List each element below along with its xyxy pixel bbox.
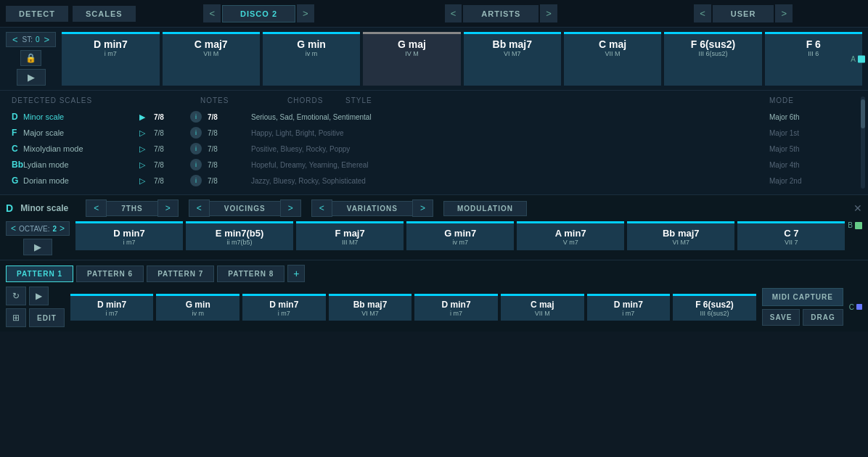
chord-card-pattern-7[interactable]: F 6(sus2)III 6(sus2)	[673, 294, 756, 321]
artists-prev-arrow[interactable]: <	[445, 4, 462, 22]
chord-card-strip-0[interactable]: D min7i m7	[75, 221, 183, 250]
scale-row-2[interactable]: C Mixolydian mode ▷ 7/8 i 7/8 Positive, …	[12, 141, 856, 157]
chord-card-pattern-2[interactable]: D min7i m7	[242, 294, 326, 321]
scale-row-0[interactable]: D Minor scale ▶ 7/8 i 7/8 Serious, Sad, …	[12, 109, 856, 125]
play-icon-0[interactable]: ▶	[139, 112, 154, 122]
chord-card-strip-6[interactable]: C 7VII 7	[737, 221, 845, 250]
chord-card-a-0[interactable]: D min7i m7	[62, 32, 159, 86]
play-button-b[interactable]: ▶	[23, 239, 52, 255]
chord-card-a-6[interactable]: F 6(sus2)III 6(sus2)	[664, 32, 761, 86]
info-icon-3[interactable]: i	[190, 159, 202, 170]
variations-nav: < VARIATIONS >	[311, 199, 433, 217]
chord-card-a-3[interactable]: G majIV M	[363, 32, 460, 86]
chord-card-a-4[interactable]: Bb maj7VI M7	[464, 32, 561, 86]
scale-rows-container: D Minor scale ▶ 7/8 i 7/8 Serious, Sad, …	[12, 109, 856, 189]
add-pattern-button[interactable]: +	[287, 265, 305, 282]
user-next-arrow[interactable]: >	[775, 4, 793, 22]
st-control: < ST: 0 > 🔒 ▶	[6, 32, 56, 86]
chord-card-a-7[interactable]: F 6III 6	[765, 32, 862, 86]
pattern-tab-3[interactable]: PATTERN 8	[217, 265, 284, 282]
play-button-pattern[interactable]: ▶	[29, 287, 49, 305]
play-icon-3[interactable]: ▷	[139, 160, 154, 170]
loop-button[interactable]: ↻	[6, 287, 26, 305]
disco2-next-arrow[interactable]: >	[297, 4, 314, 22]
chords-val-2: 7/8	[208, 145, 251, 153]
st-prev[interactable]: <	[11, 34, 20, 45]
lock-button[interactable]: 🔒	[20, 50, 41, 66]
info-icon-4[interactable]: i	[190, 175, 202, 186]
chords-val-3: 7/8	[208, 161, 251, 169]
chord-strip-header: D Minor scale < 7THS > < VOICINGS > < VA…	[6, 199, 862, 217]
chord-card-a-1[interactable]: C maj7VII M	[163, 32, 260, 86]
disco2-prev-arrow[interactable]: <	[203, 4, 221, 22]
pattern-tab-2[interactable]: PATTERN 7	[147, 265, 214, 282]
ctrl-row-bottom: ⊞ EDIT	[6, 308, 65, 327]
drag-button[interactable]: DRAG	[803, 309, 843, 326]
play-icon-2[interactable]: ▷	[139, 144, 154, 154]
chord-card-pattern-6[interactable]: D min7i m7	[587, 294, 671, 321]
play-icon-4[interactable]: ▷	[139, 176, 154, 186]
chord-card-pattern-0[interactable]: D min7i m7	[70, 294, 154, 321]
section-a: < ST: 0 > 🔒 ▶ D min7i m7C maj7VII MG min…	[0, 28, 868, 91]
play-button-a[interactable]: ▶	[17, 69, 46, 86]
octave-prev[interactable]: <	[11, 223, 16, 234]
style-val-0: Serious, Sad, Emotional, Sentimental	[251, 113, 769, 121]
chord-card-strip-1[interactable]: E min7(b5)ii m7(b5)	[186, 221, 293, 250]
pattern-tab-1[interactable]: PATTERN 6	[76, 265, 144, 282]
play-icon-1[interactable]: ▷	[139, 128, 154, 138]
info-icon-2[interactable]: i	[190, 143, 202, 155]
midi-capture-button[interactable]: MIDI CAPTURE	[762, 288, 843, 306]
save-drag-row: SAVE DRAG	[762, 309, 843, 326]
scale-row-1[interactable]: F Major scale ▷ 7/8 i 7/8 Happy, Light, …	[12, 125, 856, 141]
voicings-next[interactable]: >	[280, 199, 301, 217]
scale-row-3[interactable]: Bb Lydian mode ▷ 7/8 i 7/8 Hopeful, Drea…	[12, 157, 856, 173]
chord-card-strip-2[interactable]: F maj7III M7	[296, 221, 404, 250]
variations-prev[interactable]: <	[311, 199, 332, 217]
scale-key-2: C	[12, 144, 23, 154]
edit-button[interactable]: EDIT	[29, 308, 65, 327]
chord-card-strip-3[interactable]: G min7iv m7	[406, 221, 514, 250]
scale-row-4[interactable]: G Dorian mode ▷ 7/8 i 7/8 Jazzy, Bluesy,…	[12, 173, 856, 189]
7ths-next[interactable]: >	[157, 199, 179, 217]
chord-card-pattern-3[interactable]: Bb maj7VI M7	[329, 294, 412, 321]
variations-next[interactable]: >	[412, 199, 433, 217]
info-icon-1[interactable]: i	[190, 127, 202, 139]
chord-cards-strip: D min7i m7E min7(b5)ii m7(b5)F maj7III M…	[75, 221, 845, 250]
chord-card-pattern-1[interactable]: G miniv m	[156, 294, 239, 321]
close-button[interactable]: ✕	[853, 202, 862, 214]
header-chords: CHORDS	[287, 96, 345, 104]
octave-value: 2	[52, 225, 57, 233]
c-indicator	[856, 304, 862, 310]
scales-button[interactable]: SCALES	[73, 6, 136, 22]
mode-val-0: Major 6th	[769, 113, 856, 121]
st-next[interactable]: >	[43, 34, 52, 45]
save-button[interactable]: SAVE	[762, 309, 801, 326]
chord-card-strip-4[interactable]: A min7V m7	[517, 221, 624, 250]
header-notes: NOTES	[200, 96, 287, 104]
octave-next[interactable]: >	[60, 223, 65, 234]
right-controls: MIDI CAPTURE SAVE DRAG	[762, 288, 843, 326]
chord-card-pattern-4[interactable]: D min7i m7	[414, 294, 498, 321]
chord-card-strip-5[interactable]: Bb maj7VI M7	[627, 221, 734, 250]
7ths-nav: < 7THS >	[86, 199, 179, 217]
mode-val-2: Major 5th	[769, 145, 856, 153]
chord-cards-a: D min7i m7C maj7VII MG miniv mG majIV MB…	[62, 32, 862, 86]
artists-next-arrow[interactable]: >	[540, 4, 557, 22]
info-icon-0[interactable]: i	[190, 111, 202, 123]
user-prev-arrow[interactable]: <	[694, 4, 711, 22]
top-navigation: DETECT SCALES < DISCO 2 > < ARTISTS > < …	[0, 0, 868, 28]
b-text: B	[848, 221, 853, 229]
voicings-prev[interactable]: <	[189, 199, 210, 217]
detect-button[interactable]: DETECT	[6, 6, 68, 22]
grid-button[interactable]: ⊞	[6, 308, 26, 327]
chord-card-pattern-5[interactable]: C majVII M	[501, 294, 584, 321]
7ths-prev[interactable]: <	[86, 199, 107, 217]
modulation-button[interactable]: MODULATION	[443, 201, 527, 216]
scrollbar-vertical[interactable]	[861, 96, 865, 189]
a-text: A	[851, 55, 856, 63]
pattern-tab-0[interactable]: PATTERN 1	[6, 265, 73, 282]
chord-card-a-2[interactable]: G miniv m	[263, 32, 360, 86]
scale-name-4: Dorian mode	[23, 176, 139, 185]
patterns-section: PATTERN 1PATTERN 6PATTERN 7PATTERN 8 + ↻…	[0, 260, 868, 332]
chord-card-a-5[interactable]: C majVII M	[564, 32, 661, 86]
